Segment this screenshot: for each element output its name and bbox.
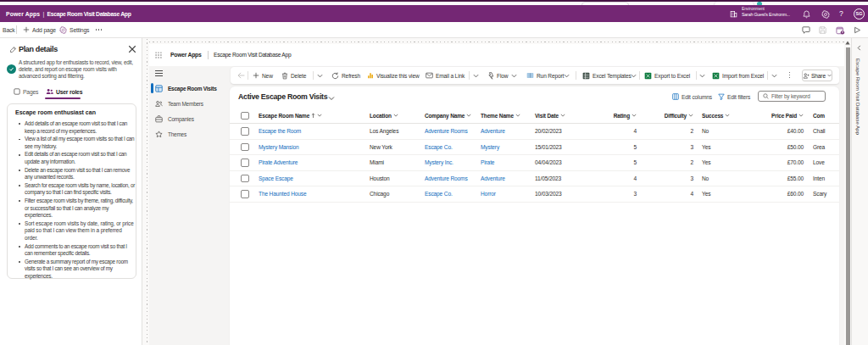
hamburger-menu-icon[interactable] [155,70,163,76]
column-header-comments[interactable]: Com [813,109,839,124]
expand-panel-chevron-icon[interactable] [857,45,861,51]
theme-link[interactable]: Pirate [481,159,494,165]
flow-button[interactable]: Flow [487,67,508,84]
chevron-down-icon[interactable] [317,74,323,78]
panel-resize-handle[interactable] [147,39,147,345]
view-title[interactable]: Active Escape Room Visits [238,92,327,101]
cell-success: Yes [702,140,710,155]
share-button[interactable]: Share [802,70,832,81]
more-commands-icon[interactable] [789,72,790,78]
powerapps-brand[interactable]: Power Apps [6,11,40,17]
excel-templates-icon [582,72,590,80]
save-icon[interactable] [819,26,826,34]
company-link[interactable]: Adventure Rooms [425,175,468,181]
import-excel-button[interactable]: Import from Excel [712,67,764,84]
comments-icon[interactable] [802,26,810,34]
company-link[interactable]: Adventure Rooms [425,128,468,134]
chevron-down-icon[interactable] [473,74,479,78]
delete-button[interactable]: Delete [281,67,306,84]
visualize-view-button[interactable]: Visualize this view [367,67,420,84]
scroll-up-arrow-icon[interactable] [845,41,850,45]
company-link[interactable]: Escape Co. [425,144,453,150]
column-header-location[interactable]: Location [370,109,398,124]
main-region: Plan details A structured app for enthus… [0,38,868,345]
record-link[interactable]: Space Escape [259,175,293,181]
filter-by-keyword-input[interactable]: Filter by keyword [758,91,826,102]
more-options-button[interactable] [96,22,102,37]
row-checkbox[interactable] [241,159,249,167]
column-header-rating[interactable]: Rating [594,109,637,124]
nav-item-team-members[interactable]: Team Members [149,96,227,111]
app-header-brand[interactable]: Power Apps [170,44,202,66]
theme-link[interactable]: Adventure [481,175,505,181]
chevron-down-icon [317,114,322,117]
chevron-down-icon[interactable] [511,74,517,78]
nav-item-companies[interactable]: Companies [149,111,227,126]
settings-gear-icon[interactable] [821,10,830,19]
back-button[interactable]: Back [3,22,15,37]
add-page-button[interactable]: Add page [23,22,56,37]
column-label: Difficulty [665,113,687,119]
theme-link[interactable]: Mystery [481,144,499,150]
play-icon[interactable] [854,26,861,34]
grid-row-pirate-adventure[interactable]: Pirate Adventure Miami Mystery Inc. Pira… [230,155,839,171]
vertical-scrollbar[interactable] [844,38,851,345]
waffle-menu-icon[interactable] [155,52,162,58]
cell-rating: 4 [594,124,637,139]
edit-columns-button[interactable]: Edit columns [672,93,712,100]
publish-icon[interactable] [836,26,845,35]
chevron-down-icon[interactable] [771,74,777,78]
column-header-escape-room-name[interactable]: Escape Room Name [259,109,322,124]
notifications-bell-icon[interactable] [803,10,810,19]
row-checkbox[interactable] [241,190,249,198]
column-header-company-name[interactable]: Company Name [425,109,471,124]
record-link[interactable]: Pirate Adventure [259,159,298,165]
record-link[interactable]: Mystery Mansion [259,144,299,150]
settings-gear-icon [59,26,67,34]
grid-row-the-haunted-house[interactable]: The Haunted House Chicago Escape Co. Hor… [230,186,839,203]
chevron-down-icon[interactable] [631,74,637,78]
company-link[interactable]: Escape Co. [425,191,453,197]
view-selector-chevron-icon[interactable] [328,96,335,101]
column-header-price-paid[interactable]: Price Paid [744,109,804,124]
chevron-down-icon[interactable] [564,74,570,78]
excel-templates-button[interactable]: Excel Templates [582,67,632,84]
nav-item-themes[interactable]: Themes [149,126,227,142]
email-link-button[interactable]: Email a Link [426,67,465,84]
account-avatar[interactable]: SG [854,8,865,19]
help-icon[interactable]: ? [839,5,843,22]
theme-link[interactable]: Horror [481,191,496,197]
tab-pages[interactable]: Pages [14,85,38,98]
export-excel-button[interactable]: Export to Excel [644,67,690,84]
column-header-difficulty[interactable]: Difficulty [651,109,693,124]
row-checkbox[interactable] [241,143,249,152]
column-label: Com [813,113,825,119]
column-header-theme-name[interactable]: Theme Name [481,109,520,124]
tab-user-roles[interactable]: User roles [46,85,82,98]
row-checkbox[interactable] [241,127,249,136]
run-report-button[interactable]: Run Report [526,67,564,84]
nav-item-escape-room-visits[interactable]: Escape Room Visits [149,81,227,96]
scrollbar-thumb[interactable] [846,47,850,345]
grid-row-mystery-mansion[interactable]: Mystery Mansion New York Escape Co. Myst… [230,140,839,156]
grid-row-space-escape[interactable]: Space Escape Houston Adventure Rooms Adv… [230,171,839,187]
row-checkbox[interactable] [241,175,249,183]
record-link[interactable]: The Haunted House [259,191,306,197]
column-label: Location [370,113,392,119]
back-arrow-icon[interactable] [237,72,245,79]
close-icon[interactable] [128,45,136,53]
refresh-button[interactable]: Refresh [331,67,360,84]
settings-button[interactable]: Settings [59,22,89,37]
chevron-down-icon[interactable] [699,74,705,78]
edit-filters-button[interactable]: Edit filters [718,93,750,100]
new-button[interactable]: New [253,67,273,84]
select-all-checkbox[interactable] [241,112,249,120]
column-header-success[interactable]: Success [702,109,730,124]
record-link[interactable]: Escape the Room [259,128,301,134]
company-link[interactable]: Mystery Inc. [425,159,453,165]
column-header-visit-date[interactable]: Visit Date [535,109,565,124]
grid-row-escape-the-room[interactable]: Escape the Room Los Angeles Adventure Ro… [230,124,839,140]
theme-link[interactable]: Adventure [481,128,505,134]
environment-picker[interactable]: Environment Sarah Guest's Environm... [742,8,790,18]
canvas-top-resize-handle[interactable] [149,42,849,42]
